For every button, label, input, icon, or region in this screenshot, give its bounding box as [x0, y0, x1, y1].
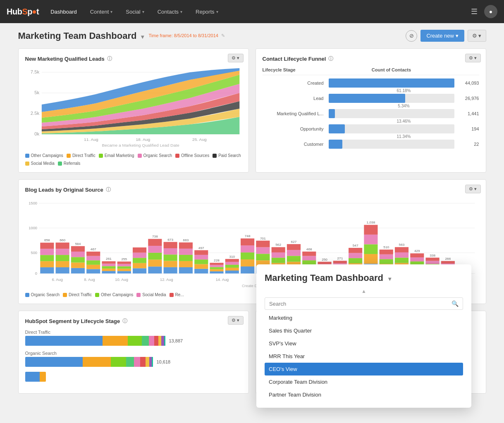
create-chevron-icon: ▾ [456, 33, 459, 39]
svg-rect-27 [55, 261, 69, 267]
svg-rect-70 [163, 248, 177, 254]
dropdown-item-0[interactable]: Marketing [265, 311, 463, 324]
header-actions: ⊘ Create new ▾ ⚙ ▾ [406, 30, 486, 42]
svg-rect-89 [210, 263, 223, 265]
dropdown-caret-indicator: ▲ [265, 288, 463, 294]
svg-rect-141 [349, 258, 362, 263]
nav-social[interactable]: Social ▾ [121, 5, 149, 18]
dropdown-item-2[interactable]: SVP's View [265, 337, 463, 350]
svg-rect-153 [379, 259, 393, 264]
timeframe-label: Time frame: 8/5/2014 to 8/31/2014 ✎ [149, 33, 225, 38]
svg-text:547: 547 [352, 244, 358, 247]
blog-settings-button[interactable]: ⚙ ▾ [465, 185, 480, 193]
svg-text:467: 467 [90, 247, 96, 251]
create-new-button[interactable]: Create new ▾ [420, 30, 464, 42]
blog-info-icon[interactable]: ⓘ [106, 186, 111, 193]
svg-rect-32 [71, 268, 84, 273]
svg-rect-92 [225, 268, 239, 271]
svg-rect-173 [425, 258, 439, 261]
svg-text:497: 497 [198, 246, 204, 250]
dropdown-item-6[interactable]: Partner Team Division [265, 388, 463, 400]
svg-rect-125 [302, 252, 316, 256]
svg-rect-51 [117, 269, 131, 271]
dropdown-item-5[interactable]: Corporate Team Division [265, 375, 463, 388]
blog-legend-direct: Direct Traffic [63, 292, 92, 297]
brand-logo[interactable]: HubSpt [7, 7, 39, 17]
contacts-chevron-icon: ▾ [180, 10, 182, 14]
svg-text:673: 673 [167, 238, 173, 242]
segment-card: HubSpot Segment by Lifecycle Stage ⓘ ⚙ ▾… [18, 311, 249, 394]
svg-rect-22 [40, 255, 54, 261]
svg-rect-56 [132, 268, 146, 273]
dropdown-search-container: 🔍 [265, 297, 463, 310]
dropdown-title[interactable]: Marketing Team Dashboard ▾ [265, 273, 463, 283]
svg-text:250: 250 [322, 258, 327, 261]
nav-contacts[interactable]: Contacts ▾ [153, 5, 187, 18]
svg-text:660: 660 [60, 238, 65, 242]
nav-content[interactable]: Content ▾ [85, 5, 118, 18]
svg-rect-137 [333, 261, 346, 263]
svg-rect-154 [379, 254, 393, 259]
svg-text:0k: 0k [34, 132, 40, 136]
svg-rect-60 [132, 247, 146, 253]
svg-rect-81 [194, 259, 208, 264]
svg-rect-21 [40, 261, 54, 267]
segment-settings-button[interactable]: ⚙ ▾ [228, 316, 243, 325]
segment-info-icon[interactable]: ⓘ [122, 318, 127, 325]
mql-info-icon[interactable]: ⓘ [107, 55, 112, 62]
svg-text:468: 468 [306, 247, 312, 251]
funnel-row-3: Opportunity 194 [263, 124, 479, 133]
segment-row-small [25, 372, 242, 382]
svg-text:255: 255 [121, 257, 127, 261]
svg-text:510: 510 [383, 245, 389, 249]
nav-dashboard[interactable]: Dashboard [45, 5, 82, 18]
svg-rect-142 [349, 253, 362, 258]
user-avatar-icon[interactable]: ● [484, 5, 497, 18]
svg-rect-172 [425, 261, 439, 264]
social-chevron-icon: ▾ [142, 10, 144, 14]
svg-text:266: 266 [445, 257, 451, 261]
svg-text:5k: 5k [34, 90, 40, 95]
menu-icon[interactable]: ☰ [468, 7, 481, 16]
segment-row-direct: Direct Traffic 1 [25, 330, 242, 346]
svg-rect-94 [225, 262, 239, 265]
svg-rect-40 [86, 260, 100, 265]
dropdown-item-4[interactable]: CEO's View [265, 363, 463, 375]
segment-bar-direct [25, 336, 166, 346]
svg-text:6. Aug: 6. Aug [52, 278, 62, 282]
svg-rect-71 [163, 242, 177, 248]
svg-rect-147 [364, 244, 377, 254]
svg-text:25. Aug: 25. Aug [192, 138, 207, 142]
svg-text:500: 500 [31, 251, 37, 255]
nav-reports[interactable]: Reports ▾ [191, 5, 223, 18]
target-icon-button[interactable]: ⊘ [406, 30, 417, 42]
legend-email-marketing: Email Marketing [99, 153, 134, 158]
svg-rect-166 [410, 257, 424, 261]
funnel-settings-button[interactable]: ⚙ ▾ [465, 54, 480, 62]
svg-text:7.5k: 7.5k [30, 70, 39, 74]
dropdown-item-1[interactable]: Sales this Quarter [265, 324, 463, 337]
svg-rect-29 [55, 249, 69, 255]
page-header: Marketing Team Dashboard ▾ Time frame: 8… [18, 30, 486, 42]
svg-rect-44 [102, 271, 115, 273]
funnel-info-icon[interactable]: ⓘ [328, 55, 333, 62]
svg-rect-74 [179, 261, 192, 267]
svg-rect-61 [148, 266, 162, 273]
svg-rect-99 [241, 252, 254, 259]
page-title[interactable]: Marketing Team Dashboard ▾ [18, 31, 144, 41]
search-icon: 🔍 [451, 300, 459, 307]
svg-text:2.5k: 2.5k [30, 111, 39, 116]
dropdown-search-input[interactable] [269, 301, 448, 307]
svg-text:8. Aug: 8. Aug [84, 278, 95, 282]
dashboard-dropdown: Marketing Team Dashboard ▾ ▲ 🔍 Marketing… [256, 264, 471, 400]
svg-rect-47 [102, 264, 115, 266]
legend-organic-search: Organic Search [138, 153, 172, 158]
mql-settings-button[interactable]: ⚙ ▾ [228, 54, 243, 62]
svg-text:663: 663 [183, 238, 189, 242]
reports-chevron-icon: ▾ [216, 10, 218, 14]
svg-rect-167 [410, 253, 424, 257]
dashboard-settings-button[interactable]: ⚙ ▾ [468, 30, 486, 42]
svg-rect-35 [71, 252, 84, 257]
dropdown-item-3[interactable]: MRR This Year [265, 350, 463, 363]
svg-text:310: 310 [229, 255, 235, 259]
